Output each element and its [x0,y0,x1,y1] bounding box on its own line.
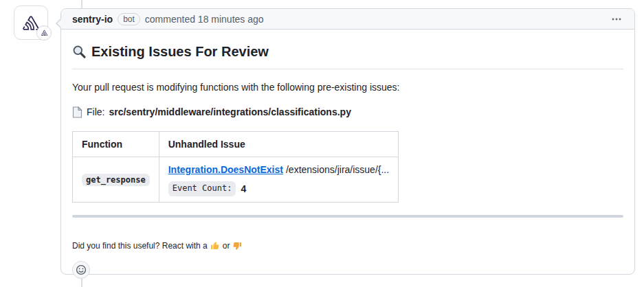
issue-line: Integration.DoesNotExist/extensions/jira… [168,163,389,176]
table-header-row: Function Unhandled Issue [73,131,399,157]
avatar-bot-badge [36,25,52,41]
file-label: File: [87,105,104,119]
feedback-prompt-or: or [223,240,230,252]
comment-title: Existing Issues For Review [72,41,623,69]
column-header-unhandled-issue: Unhandled Issue [159,131,398,157]
feedback-prompt: Did you find this useful? React with a o… [72,240,623,252]
function-name: get_response [82,174,150,186]
magnifier-icon [72,45,87,59]
comment-author[interactable]: sentry-io [72,14,113,25]
comment-card: sentry-io bot commented 18 minutes ago E… [60,8,635,275]
event-count-value: 4 [241,182,246,196]
feedback-prompt-text: Did you find this useful? React with a [72,240,208,252]
comment-body: Existing Issues For Review Your pull req… [61,30,634,287]
table-row: get_response Integration.DoesNotExist/ex… [73,157,399,202]
event-count-label: Event Count: [168,181,236,196]
thumbs-up-icon [210,241,220,251]
comment-title-text: Existing Issues For Review [91,42,269,62]
thumbs-down-icon [232,241,242,251]
issue-link[interactable]: Integration.DoesNotExist [168,164,283,175]
column-header-function: Function [73,131,159,157]
file-line: File: src/sentry/middleware/integrations… [72,105,623,119]
file-path: src/sentry/middleware/integrations/class… [109,105,351,119]
smiley-icon [76,264,87,275]
issue-cell: Integration.DoesNotExist/extensions/jira… [159,157,398,202]
comment-options-button[interactable] [610,11,623,27]
bot-badge: bot [118,13,140,25]
github-comment-page: { "colors": { "header_bg": "#f6f8fa", "b… [0,0,644,287]
comment-timestamp: commented 18 minutes ago [145,14,264,25]
comment-caret [56,18,61,29]
page-icon [72,106,82,118]
intro-text: Your pull request is modifying functions… [72,80,623,94]
issues-table: Function Unhandled Issue get_response In… [72,131,399,203]
divider [72,215,623,218]
kebab-horizontal-icon [611,14,622,25]
function-cell: get_response [73,157,159,202]
comment-header: sentry-io bot commented 18 minutes ago [61,9,634,30]
issue-path: /extensions/jira/issue/{... [286,164,389,175]
sentry-logo-small-icon [40,29,49,37]
add-reaction-button[interactable] [72,261,90,279]
event-count-line: Event Count: 4 [168,181,389,196]
